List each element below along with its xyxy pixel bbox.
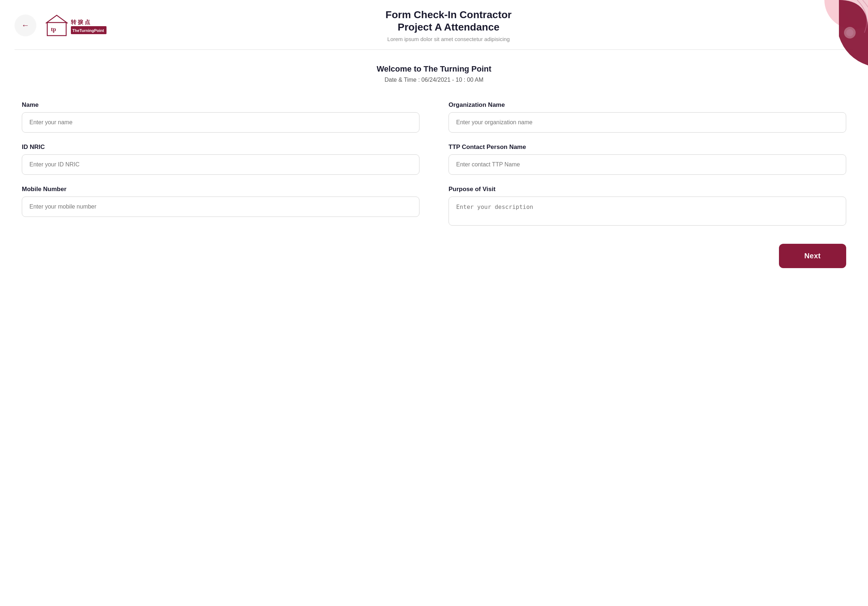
org-input[interactable] bbox=[448, 112, 846, 133]
svg-text:tp: tp bbox=[51, 26, 56, 33]
purpose-group: Purpose of Visit bbox=[448, 186, 846, 226]
welcome-date: Date & Time : 06/24/2021 - 10 : 00 AM bbox=[14, 77, 854, 83]
purpose-input[interactable] bbox=[448, 196, 846, 226]
mobile-input[interactable] bbox=[22, 196, 420, 217]
form-title: Form Check-In Contractor Project A Atten… bbox=[109, 9, 788, 33]
org-group: Organization Name bbox=[448, 101, 846, 133]
next-button[interactable]: Next bbox=[779, 244, 846, 268]
header-title-area: Form Check-In Contractor Project A Atten… bbox=[109, 9, 788, 42]
logo-svg: tp 转 捩 点 TheTurningPoint bbox=[43, 12, 109, 39]
mobile-label: Mobile Number bbox=[22, 186, 420, 193]
org-label: Organization Name bbox=[448, 101, 846, 109]
back-button[interactable]: ← bbox=[14, 14, 36, 36]
id-input[interactable] bbox=[22, 155, 420, 175]
name-label: Name bbox=[22, 101, 420, 109]
back-icon: ← bbox=[22, 21, 29, 30]
svg-text:TheTurningPoint: TheTurningPoint bbox=[72, 28, 104, 33]
header: ← tp 转 捩 点 TheTurningPoint Form Check-In… bbox=[0, 0, 868, 49]
logo-area: tp 转 捩 点 TheTurningPoint bbox=[43, 12, 109, 39]
name-group: Name bbox=[22, 101, 420, 133]
title-line2: Project A Attendance bbox=[398, 22, 499, 33]
ttp-group: TTP Contact Person Name bbox=[448, 144, 846, 175]
ttp-label: TTP Contact Person Name bbox=[448, 144, 846, 151]
header-subtitle: Lorem ipsum dolor sit amet consectetur a… bbox=[109, 36, 788, 42]
page-wrapper: ← tp 转 捩 点 TheTurningPoint Form Check-In… bbox=[0, 0, 868, 606]
ttp-input[interactable] bbox=[448, 155, 846, 175]
form-grid: Name Organization Name ID NRIC TTP Conta… bbox=[22, 101, 846, 226]
welcome-title: Welcome to The Turning Point bbox=[14, 64, 854, 74]
welcome-section: Welcome to The Turning Point Date & Time… bbox=[0, 50, 868, 90]
svg-text:转 捩 点: 转 捩 点 bbox=[71, 19, 90, 25]
id-label: ID NRIC bbox=[22, 144, 420, 151]
name-input[interactable] bbox=[22, 112, 420, 133]
title-line1: Form Check-In Contractor bbox=[386, 9, 512, 20]
id-group: ID NRIC bbox=[22, 144, 420, 175]
purpose-label: Purpose of Visit bbox=[448, 186, 846, 193]
form-section: Name Organization Name ID NRIC TTP Conta… bbox=[0, 90, 868, 240]
svg-rect-4 bbox=[47, 23, 66, 36]
btn-row: Next bbox=[0, 240, 868, 283]
mobile-group: Mobile Number bbox=[22, 186, 420, 226]
